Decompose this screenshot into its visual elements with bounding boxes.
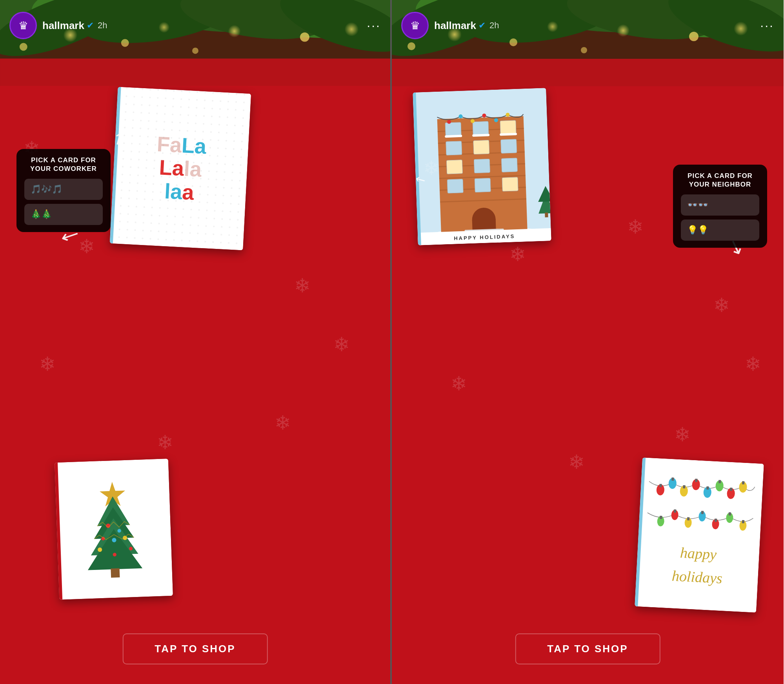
right-story-panel: ❄ ❄ ❄ ❄ ❄ ❄ ❄ ❄ <box>392 0 784 684</box>
right-time-ago: 2h <box>489 20 499 31</box>
right-header: ♛ hallmark ✔ 2h ··· <box>392 12 784 39</box>
left-username: hallmark <box>42 20 84 32</box>
svg-rect-18 <box>0 58 390 86</box>
left-story-panel: ❄ ❄ ❄ ❄ ❄ ❄ ❄ ❄ <box>0 0 392 684</box>
svg-rect-112 <box>660 516 662 519</box>
svg-rect-114 <box>674 510 676 513</box>
svg-rect-106 <box>719 480 721 483</box>
svg-rect-70 <box>446 160 462 174</box>
svg-rect-66 <box>500 120 516 134</box>
svg-rect-67 <box>446 141 462 155</box>
lights-illustration: happy holidays <box>635 457 764 613</box>
crown-icon-right: ♛ <box>410 19 420 32</box>
right-avatar[interactable]: ♛ <box>401 12 429 39</box>
right-widget-title: PICK A CARD FOR YOUR NEIGHBOR <box>681 172 759 189</box>
svg-point-52 <box>581 47 587 53</box>
svg-rect-108 <box>730 488 732 491</box>
left-header: ♛ hallmark ✔ 2h ··· <box>0 12 390 39</box>
svg-rect-118 <box>701 511 704 514</box>
svg-rect-74 <box>475 178 491 192</box>
svg-rect-124 <box>742 520 744 523</box>
svg-rect-94 <box>635 457 764 613</box>
right-header-info: hallmark ✔ 2h <box>434 20 760 32</box>
right-card-building[interactable]: HAPPY HOLIDAYS <box>413 88 551 245</box>
left-widget-title: PICK A CARD FOR YOUR COWORKER <box>24 156 103 173</box>
left-header-info: hallmark ✔ 2h <box>42 20 367 32</box>
svg-rect-116 <box>687 517 689 520</box>
svg-rect-26 <box>111 568 120 578</box>
svg-rect-53 <box>392 59 784 86</box>
svg-rect-65 <box>473 121 489 135</box>
left-card-tree[interactable] <box>55 459 173 600</box>
right-tap-to-shop-button[interactable]: TAP TO SHOP <box>515 633 660 664</box>
svg-rect-104 <box>706 486 709 490</box>
svg-rect-71 <box>474 159 490 173</box>
svg-rect-69 <box>501 139 517 153</box>
left-tap-to-shop-button[interactable]: TAP TO SHOP <box>122 633 267 664</box>
right-poll-option-1[interactable]: 👓👓 <box>681 194 759 216</box>
right-pick-card-widget: PICK A CARD FOR YOUR NEIGHBOR 👓👓 💡💡 <box>673 165 767 248</box>
right-poll-option-2[interactable]: 💡💡 <box>681 220 759 241</box>
svg-text:holidays: holidays <box>671 568 723 587</box>
svg-point-47 <box>509 38 517 46</box>
left-poll-option-1[interactable]: 🎵🎶🎵 <box>24 179 103 200</box>
svg-point-51 <box>407 42 415 50</box>
left-verified-icon: ✔ <box>87 20 94 31</box>
left-more-menu[interactable]: ··· <box>367 18 381 33</box>
crown-icon: ♛ <box>18 19 28 32</box>
svg-rect-122 <box>729 512 731 515</box>
tree-illustration <box>66 473 161 586</box>
svg-rect-98 <box>671 477 674 481</box>
left-pick-card-widget: PICK A CARD FOR YOUR COWORKER 🎵🎶🎵 🎄🎄 <box>16 149 111 232</box>
right-more-menu[interactable]: ··· <box>760 18 774 33</box>
svg-rect-64 <box>445 122 461 136</box>
right-card-lights[interactable]: happy holidays <box>635 457 764 613</box>
fala-text: FaLa Lala laa <box>146 128 215 209</box>
svg-point-12 <box>121 39 129 47</box>
left-card-fala[interactable]: FaLa Lala laa <box>110 87 251 250</box>
svg-point-16 <box>20 43 27 51</box>
svg-rect-120 <box>715 519 717 522</box>
left-time-ago: 2h <box>98 20 107 31</box>
building-illustration: HAPPY HOLIDAYS <box>413 88 551 245</box>
svg-rect-73 <box>447 179 463 193</box>
svg-rect-72 <box>501 158 517 172</box>
svg-rect-91 <box>545 212 548 217</box>
svg-rect-102 <box>695 479 697 482</box>
left-avatar[interactable]: ♛ <box>9 12 37 39</box>
svg-rect-96 <box>659 484 662 487</box>
svg-rect-68 <box>473 140 489 154</box>
left-poll-option-2[interactable]: 🎄🎄 <box>24 204 103 225</box>
svg-rect-75 <box>502 177 518 191</box>
svg-rect-110 <box>742 481 744 484</box>
right-verified-icon: ✔ <box>478 20 486 31</box>
svg-point-17 <box>192 48 198 54</box>
svg-rect-100 <box>683 485 685 488</box>
right-username: hallmark <box>434 20 476 32</box>
svg-text:happy: happy <box>680 544 717 563</box>
